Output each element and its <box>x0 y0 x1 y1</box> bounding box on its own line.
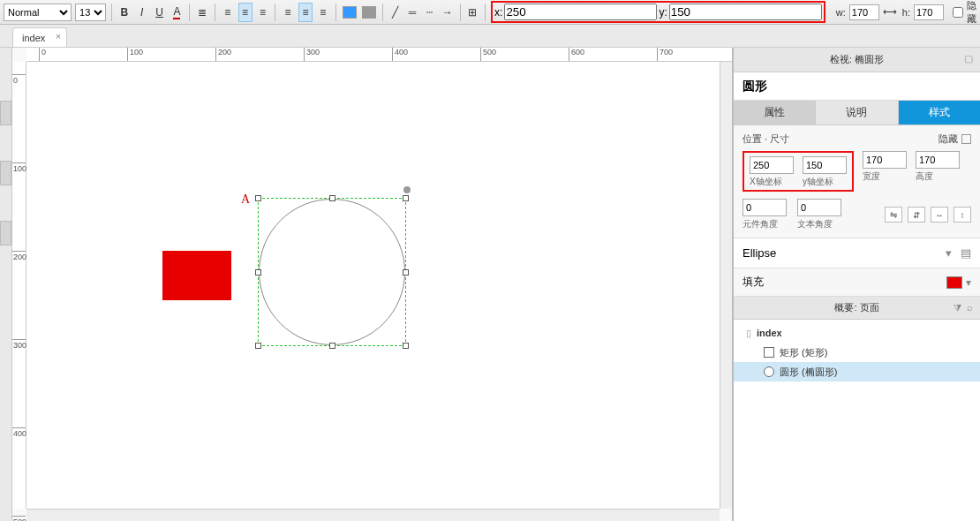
resize-handle-se[interactable] <box>403 343 409 349</box>
close-icon[interactable]: × <box>56 31 61 42</box>
resize-handle-n[interactable] <box>329 195 335 201</box>
toolbar: Normal 13 B I U A ≣ ≡ ≡ ≡ ≡ ≡ ≡ ╱ ═ ┄ → … <box>0 0 980 25</box>
lock-aspect-icon[interactable]: ⟷ <box>881 6 899 18</box>
panel-rotation-input[interactable] <box>743 199 787 216</box>
hide-option[interactable]: 隐藏 <box>939 132 971 146</box>
search-icon[interactable]: ⌕ <box>967 302 973 313</box>
rect-icon <box>764 347 774 358</box>
align-left-button[interactable]: ≡ <box>221 3 235 22</box>
outer-shadow-button[interactable] <box>361 3 377 22</box>
panel-text-rotation-input[interactable] <box>797 199 841 216</box>
align-right-button[interactable]: ≡ <box>256 3 270 22</box>
ellipse-shape[interactable] <box>259 199 405 345</box>
valign-bottom-button[interactable]: ≡ <box>316 3 330 22</box>
font-size-select[interactable]: 13 <box>75 4 106 21</box>
rotate-handle[interactable] <box>403 186 411 193</box>
italic-button[interactable]: I <box>135 3 149 22</box>
tree-rect-label: 矩形 (矩形) <box>780 346 827 359</box>
bold-button[interactable]: B <box>117 3 132 22</box>
palette-handle[interactable] <box>0 101 11 125</box>
tab-bar: index × <box>0 25 980 48</box>
tab-index[interactable]: index × <box>12 27 67 47</box>
separator <box>335 4 336 21</box>
tab-style[interactable]: 样式 <box>899 101 980 125</box>
underline-button[interactable]: U <box>153 3 167 22</box>
selection-box <box>258 198 406 346</box>
line-width-button[interactable]: ═ <box>405 3 419 22</box>
annotation-a: A <box>241 193 250 207</box>
selection-title: 圆形 <box>734 72 980 101</box>
w-input[interactable] <box>849 4 879 20</box>
scrollbar-vertical[interactable] <box>720 62 732 509</box>
inspector-tabs: 属性 说明 样式 <box>734 101 980 125</box>
flip-vertical-icon[interactable]: ⇵ <box>908 207 925 223</box>
paste-style-icon[interactable]: ▤ <box>961 246 971 260</box>
fill-row[interactable]: 填充 ▾ <box>734 268 980 297</box>
tree-rect-item[interactable]: 矩形 (矩形) <box>734 343 980 362</box>
fill-label: 填充 <box>743 275 764 290</box>
resize-handle-w[interactable] <box>255 269 261 276</box>
tab-notes[interactable]: 说明 <box>816 101 898 125</box>
resize-handle-s[interactable] <box>329 343 335 349</box>
outline-tree: ▯ index 矩形 (矩形) 圆形 (椭圆形) <box>734 320 980 521</box>
page-icon[interactable]: ▢ <box>964 53 973 64</box>
page-icon: ▯ <box>746 328 751 339</box>
left-palette-sliver <box>0 48 12 521</box>
auto-width-icon[interactable]: ↔ <box>931 207 948 223</box>
valign-top-button[interactable]: ≡ <box>281 3 295 22</box>
canvas[interactable]: A <box>26 62 720 509</box>
h-input[interactable] <box>914 4 944 20</box>
panel-h-input[interactable] <box>916 151 960 169</box>
arrow-style-button[interactable]: → <box>441 3 455 22</box>
fill-swatch[interactable] <box>946 276 962 289</box>
hide-checkbox[interactable]: 隐藏 <box>953 0 976 26</box>
panel-rotation-label: 元件角度 <box>743 218 778 230</box>
hide-checkbox-icon[interactable] <box>961 134 971 144</box>
chevron-down-icon[interactable]: ▾ <box>946 246 952 260</box>
circle-icon <box>764 366 774 377</box>
palette-handle[interactable] <box>0 221 11 245</box>
tab-properties[interactable]: 属性 <box>734 101 816 125</box>
filter-icon[interactable]: ⧩ <box>954 302 961 313</box>
resize-handle-sw[interactable] <box>255 343 261 349</box>
panel-y-input[interactable] <box>803 156 847 174</box>
align-tools-button[interactable]: ⊞ <box>466 3 480 22</box>
auto-height-icon[interactable]: ↕ <box>954 207 971 223</box>
panel-x-label: X轴坐标 <box>750 176 782 188</box>
red-rectangle-shape[interactable] <box>162 251 231 300</box>
shape-type-row[interactable]: Ellipse ▾ ▤ <box>734 238 980 268</box>
xy-highlight-box: X轴坐标 y轴坐标 <box>743 151 854 192</box>
y-input[interactable] <box>669 4 822 20</box>
inspector-header-label: 检视: 椭圆形 <box>830 53 884 66</box>
scrollbar-horizontal[interactable] <box>26 509 720 521</box>
fill-color-button[interactable] <box>342 3 358 22</box>
palette-handle[interactable] <box>0 161 11 185</box>
panel-h-label: 高度 <box>916 170 933 183</box>
font-style-select[interactable]: Normal <box>4 4 72 21</box>
text-color-button[interactable]: A <box>170 3 185 22</box>
resize-handle-nw[interactable] <box>255 195 261 201</box>
tree-circle-item[interactable]: 圆形 (椭圆形) <box>734 362 980 381</box>
position-size-section: 位置 · 尺寸 隐藏 X轴坐标 y轴坐标 <box>734 125 980 238</box>
line-color-button[interactable]: ╱ <box>388 3 402 22</box>
panel-w-input[interactable] <box>863 151 907 169</box>
panel-x-input[interactable] <box>750 156 794 174</box>
resize-handle-e[interactable] <box>403 269 409 276</box>
chevron-down-icon[interactable]: ▾ <box>966 276 971 289</box>
line-style-button[interactable]: ┄ <box>423 3 437 22</box>
flip-horizontal-icon[interactable]: ⇋ <box>885 207 902 223</box>
separator <box>189 4 190 21</box>
tree-page-label: index <box>757 328 782 338</box>
inspector-header: 检视: 椭圆形 ▢ <box>734 48 980 72</box>
tree-page-item[interactable]: ▯ index <box>734 323 980 343</box>
tree-circle-label: 圆形 (椭圆形) <box>780 366 837 379</box>
resize-handle-ne[interactable] <box>403 195 409 201</box>
right-panel: 检视: 椭圆形 ▢ 圆形 属性 说明 样式 位置 · 尺寸 隐藏 X轴坐标 <box>733 48 980 521</box>
panel-w-label: 宽度 <box>863 170 880 183</box>
hide-check-input[interactable] <box>953 7 963 18</box>
valign-middle-button[interactable]: ≡ <box>298 3 313 22</box>
align-center-button[interactable]: ≡ <box>238 3 253 22</box>
x-input[interactable] <box>504 4 657 20</box>
bullets-button[interactable]: ≣ <box>195 3 209 22</box>
y-label: y: <box>659 6 667 19</box>
